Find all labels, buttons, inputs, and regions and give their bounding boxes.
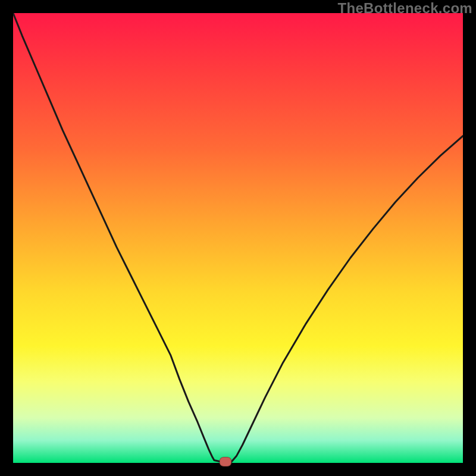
- watermark-text: TheBottleneck.com: [338, 0, 472, 17]
- chart-plot-area: [13, 13, 463, 463]
- minimum-marker: [220, 457, 231, 466]
- bottleneck-curve: [13, 13, 463, 463]
